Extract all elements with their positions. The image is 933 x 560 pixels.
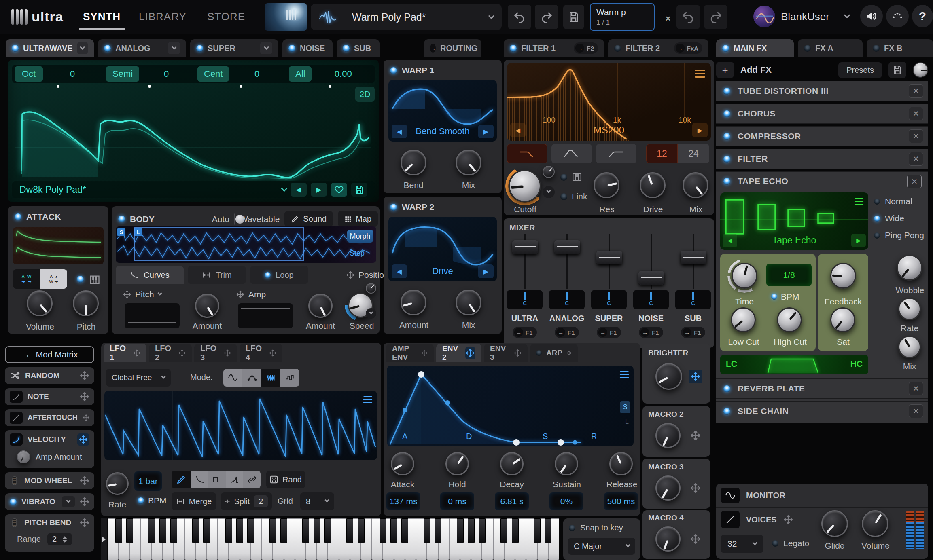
- tape-highcut-knob[interactable]: [777, 307, 802, 332]
- env-release-value[interactable]: 500 ms: [604, 492, 638, 510]
- pan-analog[interactable]: C: [549, 290, 585, 309]
- amp-curve-display[interactable]: [238, 303, 293, 328]
- env-attack-knob[interactable]: [391, 452, 414, 475]
- user-avatar[interactable]: [753, 6, 775, 27]
- vibrato-chevron-button[interactable]: [62, 496, 75, 507]
- oscillator-waveform[interactable]: [15, 86, 371, 181]
- cutoff-knob[interactable]: [509, 170, 541, 202]
- filter-display[interactable]: 100 1k 10k ◀ MS200 ▶: [507, 63, 711, 141]
- tape-name[interactable]: Tape Echo: [720, 235, 868, 246]
- piano-black-key[interactable]: [159, 518, 166, 543]
- tab-lfo-3[interactable]: LFO 3: [194, 344, 237, 362]
- piano-black-key[interactable]: [324, 518, 331, 543]
- audio-output-button[interactable]: [860, 5, 883, 27]
- filter1-led[interactable]: [510, 45, 517, 52]
- piano-black-key[interactable]: [126, 518, 133, 543]
- range-stepper[interactable]: 2: [47, 533, 72, 545]
- macro4-knob[interactable]: [655, 526, 681, 552]
- user-chevron-icon[interactable]: [844, 12, 850, 19]
- piano-black-key[interactable]: [203, 518, 210, 543]
- split-value[interactable]: 2: [254, 495, 268, 507]
- settings-button[interactable]: [886, 5, 909, 27]
- lfo-bar-value[interactable]: 1 bar: [134, 471, 162, 491]
- vibrato-led[interactable]: [10, 499, 17, 505]
- pitch-curve-display[interactable]: [125, 303, 180, 328]
- move-icon[interactable]: [690, 430, 701, 441]
- piano-black-key[interactable]: [236, 518, 243, 543]
- attack-mode-toggle[interactable]: A W➔ ➔ A ➔W ➔: [13, 269, 67, 289]
- pan-ultra[interactable]: C: [507, 290, 543, 309]
- tab-filter-2[interactable]: FILTER 2 →FxA: [608, 39, 708, 57]
- mod-item-vibrato[interactable]: VIBRATO: [5, 493, 94, 510]
- move-icon[interactable]: [123, 290, 131, 298]
- env-decay-knob[interactable]: [500, 452, 524, 475]
- fader-analog[interactable]: [554, 240, 580, 254]
- piano-black-key[interactable]: [390, 518, 397, 543]
- tab-arp[interactable]: ARP: [530, 344, 578, 362]
- lfo-mode-bezier[interactable]: [242, 369, 261, 387]
- tape-remove-button[interactable]: ✕: [907, 175, 922, 188]
- mainfx-led[interactable]: [722, 45, 729, 52]
- sidechain-led[interactable]: [723, 408, 730, 415]
- lfo-mode-sine[interactable]: [223, 369, 242, 387]
- attack-volume-knob[interactable]: [27, 290, 53, 316]
- move-icon[interactable]: [178, 349, 186, 357]
- warp1-led[interactable]: [390, 67, 397, 74]
- tape-next-button[interactable]: ▶: [851, 234, 866, 247]
- filter2-route-badge[interactable]: →FxA: [674, 42, 702, 54]
- env-attack-value[interactable]: 137 ms: [386, 492, 420, 510]
- warp2-mix-knob[interactable]: [456, 290, 481, 315]
- tool-decay[interactable]: [191, 471, 208, 488]
- tape-sat-knob[interactable]: [830, 307, 855, 332]
- tab-main-fx[interactable]: MAIN FX: [716, 39, 794, 57]
- tape-display[interactable]: ◀ Tape Echo ▶: [720, 192, 868, 250]
- tab-routing[interactable]: →ROUTING: [424, 39, 481, 57]
- env-menu-icon[interactable]: [620, 370, 629, 380]
- fx-save-button[interactable]: [888, 62, 906, 78]
- piano-black-key[interactable]: [479, 518, 486, 543]
- body-pitch-header[interactable]: Pitch: [123, 290, 161, 299]
- body-wavetable-toggle[interactable]: [234, 213, 235, 225]
- lfo-merge-button[interactable]: Merge: [172, 492, 216, 510]
- super-chevron-icon[interactable]: [260, 42, 272, 54]
- tape-led[interactable]: [723, 178, 730, 185]
- warp1-next-button[interactable]: ▶: [478, 125, 494, 138]
- piano-black-key[interactable]: [358, 518, 365, 543]
- tab-env-3[interactable]: ENV 3: [484, 344, 528, 362]
- body-tab-loop[interactable]: Loop: [250, 266, 308, 284]
- chorus-remove-button[interactable]: ✕: [909, 107, 923, 120]
- macro3-knob[interactable]: [655, 475, 681, 501]
- position-header[interactable]: Position: [346, 270, 389, 280]
- filter-slope-12[interactable]: 12: [646, 144, 678, 163]
- reverb-remove-button[interactable]: ✕: [909, 382, 923, 395]
- preset-search-box[interactable]: Warm p 1 / 1 ×: [590, 3, 655, 31]
- tab-env-2[interactable]: ENV 2: [436, 344, 481, 362]
- tab-filter-1[interactable]: FILTER 1 →F2: [504, 39, 604, 57]
- piano-black-key[interactable]: [314, 518, 320, 543]
- sub-route-badge[interactable]: →F1: [681, 327, 705, 338]
- piano-black-key[interactable]: [380, 518, 386, 543]
- glide-knob[interactable]: [821, 510, 848, 537]
- tape-rate-knob[interactable]: [898, 298, 921, 320]
- sidechain-remove-button[interactable]: ✕: [909, 404, 923, 418]
- stepper-arrows-icon[interactable]: [62, 536, 67, 543]
- sub-led[interactable]: [343, 45, 350, 52]
- pan-noise[interactable]: C: [633, 290, 669, 309]
- velocity-amp-amount-knob[interactable]: [17, 450, 30, 463]
- warp2-amount-knob[interactable]: [401, 290, 426, 315]
- wave-prev-button[interactable]: ◀: [291, 183, 307, 197]
- lfo-split-button[interactable]: Split 2: [221, 492, 272, 510]
- env-hold-knob[interactable]: [445, 452, 469, 475]
- attack-keytrack-led[interactable]: [77, 276, 84, 283]
- env-sustain-value[interactable]: 0%: [549, 492, 583, 510]
- analog-chevron-icon[interactable]: [168, 42, 180, 54]
- mod-item-aftertouch[interactable]: AFTERTOUCH: [5, 409, 94, 426]
- nav-tab-store[interactable]: STORE: [207, 11, 245, 23]
- amp-amount-knob[interactable]: [308, 294, 333, 318]
- add-fx-button[interactable]: +: [716, 62, 734, 78]
- wave-name[interactable]: Dw8k Poly Pad*: [19, 184, 86, 195]
- normal-led[interactable]: [874, 199, 880, 205]
- main-volume-knob[interactable]: [862, 510, 888, 537]
- ultra-route-badge[interactable]: →F1: [513, 327, 537, 338]
- compressor-remove-button[interactable]: ✕: [909, 129, 923, 143]
